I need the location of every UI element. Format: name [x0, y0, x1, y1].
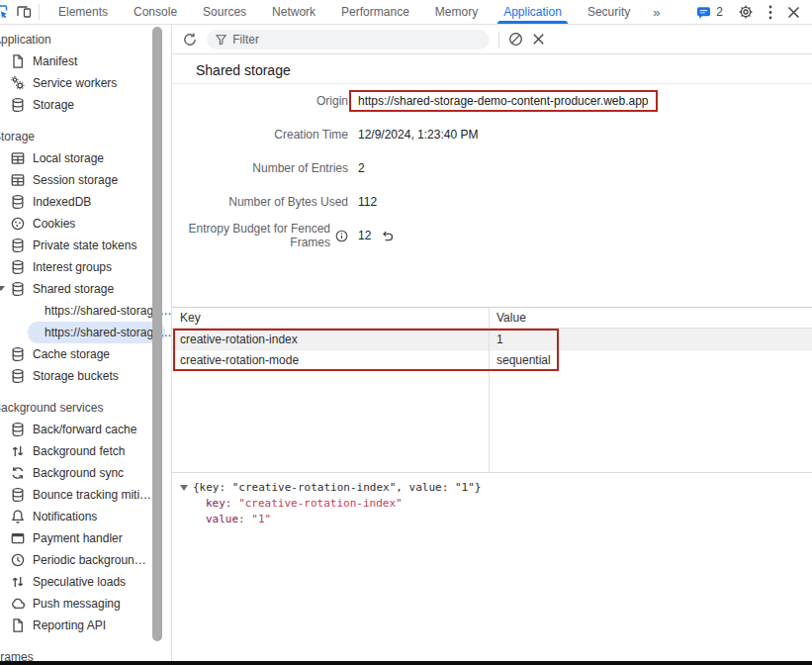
sidebar-item-cookies[interactable]: Cookies — [0, 213, 171, 235]
property-value: "1" — [251, 513, 271, 525]
shared-storage-table: KeyValuecreative-rotation-index1creative… — [172, 307, 812, 473]
tab-sources[interactable]: Sources — [190, 0, 259, 24]
sidebar-section-background-services: Background servicesBack/forward cacheBac… — [0, 397, 171, 636]
sidebar-item-label: Storage — [33, 98, 74, 112]
sidebar-item-payment-handler[interactable]: Payment handler — [0, 527, 171, 549]
column-header-value[interactable]: Value — [489, 311, 812, 325]
property-name: value: — [206, 513, 251, 525]
tab-network[interactable]: Network — [259, 0, 328, 24]
chat-bubble-icon — [696, 5, 711, 20]
sidebar-item-reporting-api[interactable]: Reporting API — [0, 615, 171, 636]
sidebar-item-manifest[interactable]: Manifest — [0, 50, 171, 72]
sidebar-item-label: Background fetch — [33, 444, 125, 458]
field-label-text: Number of Entries — [252, 161, 348, 175]
expand-triangle-icon[interactable] — [180, 485, 188, 491]
sidebar-item-label: Cookies — [33, 217, 75, 231]
sidebar-scrollbar-thumb[interactable] — [152, 27, 162, 641]
sidebar-item-storage[interactable]: Storage — [0, 94, 171, 116]
sidebar-item-indexeddb[interactable]: IndexedDB — [0, 191, 171, 213]
more-tabs-chevron[interactable]: » — [643, 0, 670, 24]
refresh-icon[interactable] — [182, 32, 198, 48]
manifest-file-icon — [10, 53, 26, 69]
tab-console[interactable]: Console — [121, 0, 190, 24]
tab-application[interactable]: Application — [491, 0, 575, 24]
database-icon — [10, 422, 26, 437]
tab-security[interactable]: Security — [575, 0, 643, 24]
clear-block-icon[interactable] — [508, 32, 523, 47]
preview-summary-row[interactable]: {key: "creative-rotation-index", value: … — [180, 480, 804, 496]
sidebar-section-storage: StorageLocal storageSession storageIndex… — [0, 126, 171, 387]
sidebar-item-back-forward-cache[interactable]: Back/forward cache — [0, 419, 171, 440]
sidebar-item-private-state-tokens[interactable]: Private state tokens — [0, 235, 171, 256]
database-icon — [10, 368, 26, 384]
reset-budget-icon[interactable] — [380, 230, 394, 242]
info-icon[interactable] — [335, 230, 348, 242]
close-devtools-icon[interactable] — [787, 6, 800, 19]
sidebar-item-bounce-tracking-miti[interactable]: Bounce tracking miti… — [0, 484, 171, 506]
chevron-down-icon[interactable] — [0, 286, 5, 291]
sidebar-section-application: ApplicationManifestService workersStorag… — [0, 29, 171, 116]
tab-elements[interactable]: Elements — [45, 0, 121, 24]
tab-memory[interactable]: Memory — [422, 0, 491, 24]
sidebar-item-shared-storage[interactable]: Shared storage — [0, 278, 171, 300]
sidebar-item-label: Manifest — [33, 54, 77, 68]
sidebar-item-label: Service workers — [33, 76, 117, 90]
sidebar-item-https-shared-storage[interactable]: https://shared-storage… — [28, 322, 165, 343]
field-value-text: 2 — [358, 161, 365, 175]
shared-storage-panel: Shared storage Originhttps://shared-stor… — [172, 25, 812, 665]
sidebar-item-speculative-loads[interactable]: Speculative loads — [0, 571, 171, 593]
device-toolbar-icon[interactable] — [16, 4, 33, 20]
field-label: Origin — [172, 94, 348, 108]
sidebar-item-background-fetch[interactable]: Background fetch — [0, 440, 171, 462]
sidebar-item-label: Interest groups — [33, 260, 112, 274]
sidebar-item-notifications[interactable]: Notifications — [0, 506, 171, 527]
sidebar-item-interest-groups[interactable]: Interest groups — [0, 256, 171, 278]
table-grid-icon — [10, 172, 26, 188]
sidebar-item-local-storage[interactable]: Local storage — [0, 147, 171, 169]
sidebar-item-https-shared-storage[interactable]: https://shared-storage… — [0, 300, 171, 322]
preview-property: value: "1" — [180, 512, 804, 527]
sidebar-item-periodic-backgroun[interactable]: Periodic backgroun… — [0, 549, 171, 571]
cell-key: creative-rotation-index — [172, 332, 489, 346]
sidebar-item-label: Session storage — [33, 173, 118, 187]
filter-input[interactable] — [232, 33, 481, 47]
table-header-row: KeyValue — [172, 308, 812, 329]
field-label-text: Entropy Budget for Fenced Frames — [172, 222, 330, 249]
settings-gear-icon[interactable] — [738, 4, 754, 20]
sidebar-item-label: Local storage — [33, 151, 104, 165]
field-value: 12/9/2024, 1:23:40 PM — [358, 128, 478, 142]
sidebar-item-storage-buckets[interactable]: Storage buckets — [0, 365, 171, 387]
database-icon — [10, 487, 26, 503]
database-icon — [10, 194, 26, 210]
sidebar-item-label: Periodic backgroun… — [33, 553, 146, 567]
kebab-menu-icon[interactable] — [768, 5, 772, 20]
table-row[interactable]: creative-rotation-index1 — [172, 329, 812, 349]
database-icon — [10, 97, 26, 113]
sidebar-item-background-sync[interactable]: Background sync — [0, 462, 171, 484]
shared-storage-report: Shared storage Originhttps://shared-stor… — [172, 54, 812, 307]
close-item-icon[interactable] — [532, 33, 545, 46]
sidebar-item-label: Storage buckets — [33, 369, 119, 383]
sidebar-item-session-storage[interactable]: Session storage — [0, 169, 171, 191]
sidebar-item-label: Push messaging — [33, 597, 121, 611]
table-grid-icon — [10, 150, 26, 166]
console-messages-badge[interactable]: 2 — [696, 5, 723, 20]
sidebar-item-label: Speculative loads — [33, 575, 126, 589]
database-icon — [10, 259, 26, 275]
inspect-element-icon[interactable] — [0, 4, 10, 20]
sidebar-item-push-messaging[interactable]: Push messaging — [0, 593, 171, 615]
sidebar-item-label: Reporting API — [33, 618, 106, 632]
cloud-icon — [10, 596, 26, 612]
tab-performance[interactable]: Performance — [328, 0, 422, 24]
sidebar-section-title: Application — [0, 29, 171, 50]
cookie-icon — [10, 216, 26, 232]
sidebar-item-service-workers[interactable]: Service workers — [0, 72, 171, 94]
entry-preview-pane: {key: "creative-rotation-index", value: … — [172, 473, 812, 665]
panel-toolbar — [172, 25, 812, 54]
badge-count: 2 — [716, 5, 723, 19]
service-worker-gears-icon — [10, 75, 26, 91]
sidebar-item-cache-storage[interactable]: Cache storage — [0, 343, 171, 365]
column-header-key[interactable]: Key — [172, 311, 489, 325]
column-divider[interactable] — [489, 308, 490, 472]
table-row[interactable]: creative-rotation-modesequential — [172, 349, 812, 370]
